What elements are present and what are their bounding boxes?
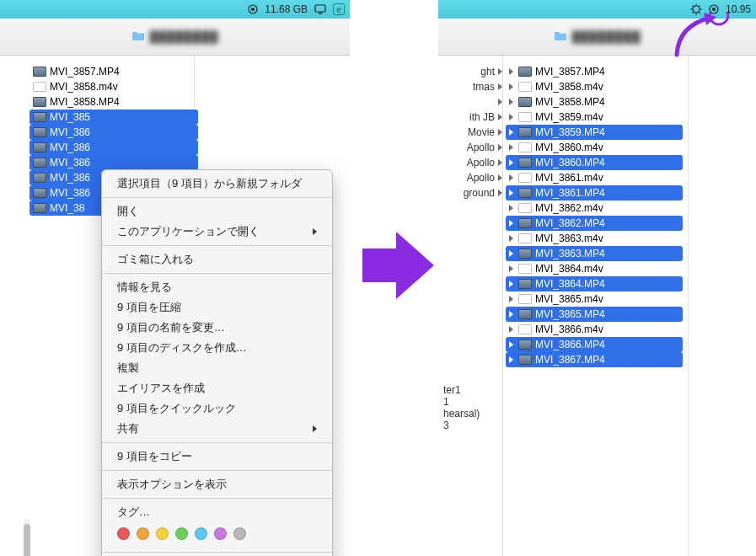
- file-row[interactable]: MVI_3859.MP4: [506, 125, 683, 140]
- ctx-open-with[interactable]: このアプリケーションで開く: [102, 222, 332, 242]
- file-row[interactable]: MVI_3857.MP4: [506, 64, 683, 79]
- ctx-quicklook[interactable]: 9 項目をクイックルック: [102, 398, 332, 419]
- column-divider[interactable]: [688, 56, 689, 556]
- parent-folder-item[interactable]: Apollo: [447, 155, 506, 170]
- file-row[interactable]: MVI_3858.MP4: [29, 94, 198, 110]
- tag-color-dot[interactable]: [137, 527, 149, 540]
- file-row[interactable]: MVI_3866.MP4: [506, 337, 683, 352]
- file-row[interactable]: MVI_3862.MP4: [506, 216, 683, 231]
- file-name: MVI_3864.MP4: [535, 278, 605, 290]
- file-row[interactable]: MVI_3863.MP4: [506, 246, 683, 261]
- file-row[interactable]: MVI_3860.MP4: [506, 155, 683, 170]
- file-row[interactable]: MVI_385: [29, 110, 198, 125]
- parent-folder-item[interactable]: ith JB: [447, 110, 506, 125]
- ctx-compress[interactable]: 9 項目を圧縮: [102, 297, 332, 318]
- file-row[interactable]: MVI_3867.MP4: [506, 352, 683, 367]
- file-name: MVI_3860.MP4: [535, 157, 605, 168]
- video-file-icon: [518, 339, 532, 350]
- file-row[interactable]: MVI_3865.MP4: [506, 307, 683, 322]
- file-row[interactable]: MVI_386: [29, 140, 198, 155]
- ctx-new-folder[interactable]: 選択項目（9 項目）から新規フォルダ: [102, 174, 332, 194]
- menubar-left: 11.68 GB e: [0, 0, 350, 19]
- disclosure-arrow-icon: [509, 235, 513, 242]
- file-row[interactable]: MVI_3859.m4v: [506, 110, 683, 125]
- disclosure-arrow-icon: [509, 265, 513, 272]
- file-row[interactable]: MVI_3862.m4v: [506, 200, 683, 216]
- file-name: MVI_386: [50, 157, 90, 168]
- parent-folder-item[interactable]: Apollo: [447, 140, 506, 155]
- parent-folder-item[interactable]: Apollo: [447, 170, 506, 185]
- file-row[interactable]: MVI_3857.MP4: [29, 64, 198, 79]
- ctx-copy[interactable]: 9 項目をコピー: [102, 446, 332, 467]
- file-name: MVI_3863.m4v: [535, 233, 603, 244]
- parent-folder-item[interactable]: ter1: [443, 384, 502, 396]
- tag-color-dot[interactable]: [214, 527, 227, 540]
- file-row[interactable]: MVI_3863.m4v: [506, 231, 683, 246]
- disclosure-arrow-icon: [509, 326, 513, 333]
- ctx-open[interactable]: 開く: [102, 201, 332, 222]
- file-name: MVI_385: [50, 111, 90, 123]
- parent-folder-item[interactable]: ground: [447, 185, 506, 200]
- e-icon[interactable]: e: [333, 3, 345, 15]
- file-list-right[interactable]: MVI_3857.MP4MVI_3858.m4vMVI_3858.MP4MVI_…: [506, 64, 683, 367]
- file-name: MVI_3865.MP4: [535, 308, 605, 320]
- tag-color-dot[interactable]: [117, 527, 130, 540]
- ctx-get-info[interactable]: 情報を見る: [102, 277, 332, 297]
- file-row[interactable]: MVI_3858.MP4: [506, 94, 683, 110]
- file-row[interactable]: MVI_3864.MP4: [506, 276, 683, 291]
- file-row[interactable]: MVI_3860.m4v: [506, 140, 683, 155]
- ctx-alias[interactable]: エイリアスを作成: [102, 378, 332, 398]
- file-row[interactable]: MVI_3865.m4v: [506, 291, 683, 307]
- file-row[interactable]: MVI_386: [29, 155, 198, 170]
- context-menu: 選択項目（9 項目）から新規フォルダ 開く このアプリケーションで開く ゴミ箱に…: [101, 169, 333, 556]
- video-file-icon: [33, 67, 46, 77]
- display-icon[interactable]: [314, 4, 326, 14]
- disclosure-arrow-icon: [509, 296, 513, 302]
- file-name: MVI_3865.m4v: [535, 293, 603, 305]
- ctx-sep: [102, 470, 332, 471]
- tag-color-dot[interactable]: [156, 527, 169, 540]
- file-row[interactable]: MVI_386: [29, 125, 198, 140]
- parent-folder-item[interactable]: hearsal): [443, 408, 502, 420]
- submenu-arrow-icon: [313, 425, 317, 432]
- file-name: MVI_3864.m4v: [535, 263, 603, 275]
- file-row[interactable]: MVI_3861.m4v: [506, 170, 683, 185]
- ctx-share[interactable]: 共有: [102, 419, 332, 439]
- ctx-duplicate[interactable]: 複製: [102, 358, 332, 378]
- file-row[interactable]: MVI_3864.m4v: [506, 261, 683, 276]
- ctx-tags[interactable]: タグ…: [102, 502, 332, 522]
- disclosure-arrow-icon: [509, 250, 513, 257]
- ctx-burn[interactable]: 9 項目のディスクを作成…: [102, 338, 332, 358]
- file-name: MVI_3861.MP4: [535, 187, 605, 199]
- video-file-icon: [518, 188, 532, 198]
- parent-column-fragments: ghttmasith JBMovieApolloApolloApollogrou…: [447, 64, 506, 200]
- video-file-icon: [33, 158, 46, 168]
- scrollbar-thumb[interactable]: [24, 524, 30, 556]
- video-file-icon: [33, 173, 46, 183]
- file-row[interactable]: MVI_3861.MP4: [506, 185, 683, 200]
- tag-color-row: [102, 522, 332, 548]
- ctx-view-options[interactable]: 表示オプションを表示: [102, 474, 332, 495]
- video-file-icon: [33, 97, 46, 107]
- file-name: MVI_3857.MP4: [535, 66, 605, 78]
- parent-folder-item[interactable]: [447, 94, 506, 110]
- file-row[interactable]: MVI_3858.m4v: [506, 79, 683, 94]
- parent-folder-item[interactable]: ght: [447, 64, 506, 79]
- tag-color-dot[interactable]: [195, 527, 207, 540]
- tag-color-dot[interactable]: [233, 527, 246, 540]
- file-row[interactable]: MVI_3858.m4v: [29, 79, 198, 94]
- parent-folder-item[interactable]: 1: [443, 396, 502, 408]
- tag-color-dot[interactable]: [175, 527, 188, 540]
- ctx-trash[interactable]: ゴミ箱に入れる: [102, 249, 332, 270]
- file-name: MVI_3859.m4v: [535, 111, 603, 123]
- left-finder-window: 11.68 GB e ████████ MVI_3857.MP4MVI_3858…: [0, 0, 350, 556]
- parent-folder-item[interactable]: Movie: [447, 125, 506, 140]
- file-name: MVI_3862.MP4: [535, 217, 605, 229]
- video-file-icon: [518, 173, 532, 183]
- parent-folder-item[interactable]: tmas: [447, 79, 506, 94]
- parent-folder-item[interactable]: 3: [443, 420, 502, 431]
- ctx-rename[interactable]: 9 項目の名前を変更…: [102, 318, 332, 338]
- disclosure-arrow-icon: [509, 129, 513, 136]
- scrollbar[interactable]: [24, 519, 30, 548]
- file-row[interactable]: MVI_3866.m4v: [506, 322, 683, 337]
